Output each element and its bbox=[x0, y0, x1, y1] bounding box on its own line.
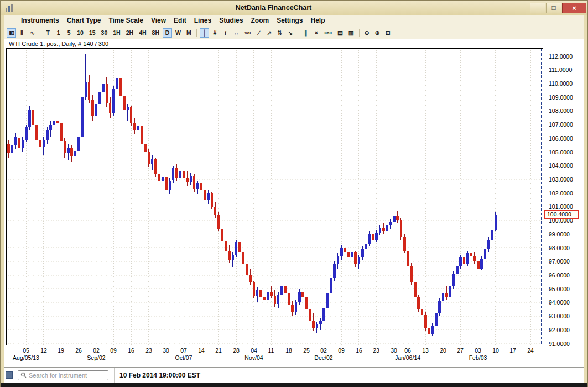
interval-button-8h[interactable]: 8H bbox=[150, 28, 162, 38]
statusbar-separator bbox=[114, 368, 115, 383]
x-tick-label: 12 bbox=[37, 347, 50, 354]
interval-button-10[interactable]: 10 bbox=[75, 28, 86, 38]
info-icon[interactable]: i bbox=[221, 28, 230, 38]
x-tick-label: 16 bbox=[352, 347, 366, 354]
x-tick-label: 07 bbox=[177, 347, 190, 354]
menu-item-lines[interactable]: Lines bbox=[190, 15, 215, 27]
x-tick-label: 03 bbox=[471, 347, 485, 354]
menu-item-time-scale[interactable]: Time Scale bbox=[105, 15, 147, 27]
toolbar-separator bbox=[298, 29, 298, 37]
toolbar-separator bbox=[40, 29, 40, 37]
y-axis-label: 105.0000 bbox=[549, 149, 573, 156]
interval-button-30[interactable]: 30 bbox=[99, 28, 110, 38]
x-tick-label: 11 bbox=[264, 347, 278, 354]
y-axis-label: 104.0000 bbox=[549, 162, 573, 169]
interval-button-4h[interactable]: 4H bbox=[137, 28, 148, 38]
x-month-label: Nov/04 bbox=[233, 354, 275, 361]
plot-area[interactable] bbox=[6, 48, 543, 345]
toolbar-separator bbox=[359, 29, 360, 37]
menu-item-zoom[interactable]: Zoom bbox=[247, 15, 273, 27]
instrument-label: WTI Crude 1. pos., Daily, # 140 / 300 bbox=[9, 40, 108, 47]
x-tick-label: 30 bbox=[387, 347, 400, 354]
y-axis-label: 95.0000 bbox=[549, 286, 570, 292]
logo-square bbox=[6, 371, 13, 379]
interval-button-5[interactable]: 5 bbox=[64, 28, 74, 38]
vertical-line-icon[interactable]: ⇅ bbox=[275, 28, 284, 38]
search-icon bbox=[20, 372, 27, 378]
window-title: NetDania FinanceChart bbox=[17, 4, 530, 12]
delete-line-icon[interactable]: × bbox=[311, 28, 321, 38]
zoom-reset-icon[interactable]: ⊡ bbox=[383, 28, 393, 38]
y-axis-label: 101.0000 bbox=[549, 203, 573, 210]
line-type-icon[interactable]: ∿ bbox=[28, 28, 37, 38]
interval-button-m[interactable]: M bbox=[184, 28, 194, 38]
ray-line-icon[interactable]: ↗ bbox=[264, 28, 274, 38]
status-bar: 10 Feb 2014 19:00:00 EST bbox=[4, 367, 584, 383]
zoom-in-icon[interactable]: ⊕ bbox=[373, 28, 382, 38]
crosshair-icon[interactable]: ┼ bbox=[200, 28, 209, 38]
chart-panel: WTI Crude 1. pos., Daily, # 140 / 300 11… bbox=[4, 39, 584, 367]
menu-item-studies[interactable]: Studies bbox=[215, 15, 247, 27]
interval-button-d[interactable]: D bbox=[163, 28, 172, 38]
delete-all-lines-icon[interactable]: ×all bbox=[322, 28, 334, 38]
y-axis-label: 94.0000 bbox=[549, 299, 570, 306]
y-axis-label: 92.0000 bbox=[549, 327, 570, 333]
interval-button-15[interactable]: 15 bbox=[87, 28, 98, 38]
app-window: NetDania FinanceChart – □ × InstrumentsC… bbox=[0, 0, 588, 387]
print-preview-icon[interactable]: ▥ bbox=[346, 28, 356, 38]
app-icon bbox=[5, 4, 14, 12]
y-axis-label: 91.0000 bbox=[549, 340, 570, 347]
y-axis-label: 102.0000 bbox=[549, 190, 573, 197]
window-maximize-button[interactable]: □ bbox=[546, 3, 561, 13]
interval-button-1[interactable]: 1 bbox=[54, 28, 63, 38]
candlestick-plot[interactable] bbox=[7, 49, 543, 345]
ohlc-bar-type-icon[interactable]: ‖ bbox=[17, 28, 27, 38]
y-axis[interactable]: 112.0000111.0000110.0000109.0000108.0000… bbox=[547, 39, 584, 367]
x-tick-label: 23 bbox=[370, 347, 383, 354]
x-tick-label: 27 bbox=[454, 347, 467, 354]
y-axis-label: 99.0000 bbox=[549, 231, 570, 238]
interval-button-t[interactable]: T bbox=[43, 28, 53, 38]
toolbar: ▮▯‖∿T151015301H2H4H8HDWM┼#i↔vol∕↗⇅↘∥××al… bbox=[4, 27, 584, 39]
print-icon[interactable]: ▤ bbox=[335, 28, 345, 38]
menu-item-settings[interactable]: Settings bbox=[273, 15, 306, 27]
x-tick-label: 19 bbox=[54, 347, 67, 354]
window-minimize-button[interactable]: – bbox=[530, 3, 545, 13]
y-axis-label: 98.0000 bbox=[549, 245, 570, 251]
grid-icon[interactable]: # bbox=[210, 28, 220, 38]
x-tick-label: 23 bbox=[142, 347, 155, 354]
menu-item-view[interactable]: View bbox=[147, 15, 170, 27]
menu-bar: InstrumentsChart TypeTime ScaleViewEditL… bbox=[4, 15, 584, 27]
zoom-out-icon[interactable]: ⊖ bbox=[362, 28, 372, 38]
horizontal-scale-icon[interactable]: ↔ bbox=[231, 28, 242, 38]
parallel-lines-icon[interactable]: ∥ bbox=[301, 28, 310, 38]
window-close-button[interactable]: × bbox=[562, 3, 586, 13]
candlestick-type-icon[interactable]: ▮▯ bbox=[7, 28, 16, 38]
menu-item-chart-type[interactable]: Chart Type bbox=[63, 15, 105, 27]
interval-button-w[interactable]: W bbox=[173, 28, 183, 38]
window-controls: – □ × bbox=[530, 3, 586, 13]
x-month-label: Feb/03 bbox=[457, 354, 499, 361]
y-axis-label: 103.0000 bbox=[549, 176, 573, 183]
trendline-icon[interactable]: ∕ bbox=[254, 28, 263, 38]
menu-item-help[interactable]: Help bbox=[306, 15, 329, 27]
search-box[interactable] bbox=[18, 370, 108, 380]
search-input[interactable] bbox=[29, 372, 106, 379]
x-tick-label: 16 bbox=[124, 347, 138, 354]
y-axis-label: 108.0000 bbox=[549, 107, 573, 114]
x-month-label: Sep/02 bbox=[75, 354, 117, 361]
volume-icon[interactable]: vol bbox=[242, 28, 253, 38]
menu-item-instruments[interactable]: Instruments bbox=[17, 15, 63, 27]
interval-button-2h[interactable]: 2H bbox=[124, 28, 136, 38]
y-axis-label: 97.0000 bbox=[549, 258, 570, 265]
y-axis-label: 109.0000 bbox=[549, 94, 573, 101]
x-tick-label: 25 bbox=[300, 347, 313, 354]
x-tick-label: 24 bbox=[524, 347, 537, 354]
x-tick-label: 09 bbox=[335, 347, 348, 354]
menu-item-edit[interactable]: Edit bbox=[170, 15, 190, 27]
x-tick-label: 21 bbox=[212, 347, 225, 354]
y-axis-label: 93.0000 bbox=[549, 313, 570, 319]
interval-button-1h[interactable]: 1H bbox=[111, 28, 122, 38]
x-month-label: Aug/05/13 bbox=[5, 354, 47, 361]
arrow-annotation-icon[interactable]: ↘ bbox=[285, 28, 295, 38]
